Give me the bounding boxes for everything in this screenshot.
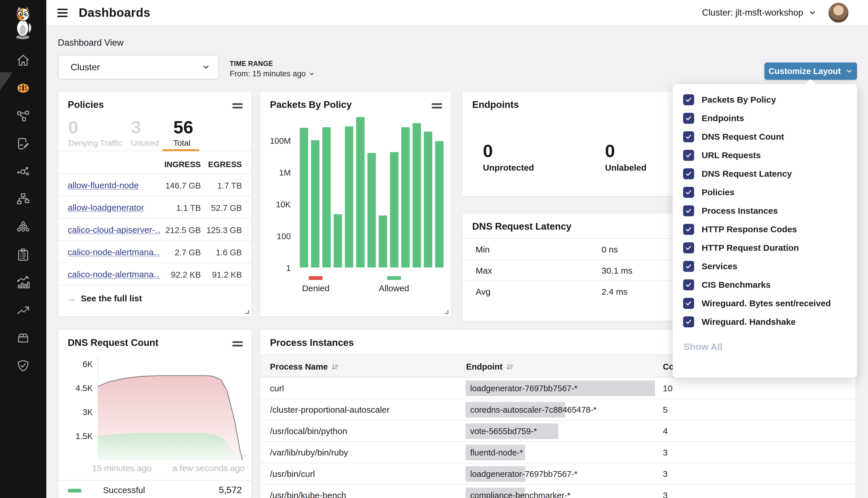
dashboard-view-value: Cluster [70,62,100,73]
customize-menu-item-label: Policies [702,187,734,197]
checkbox-checked-icon[interactable] [683,243,694,253]
packets-bar[interactable] [401,127,410,267]
customize-menu-item[interactable]: HTTP Request Duration [673,239,857,257]
latency-value: 30.1 ms [601,266,633,276]
checkbox-checked-icon[interactable] [683,187,694,198]
dashboard-view-select[interactable]: Cluster [58,55,219,79]
latency-label: Avg [476,287,490,297]
chevron-down-icon [808,9,816,17]
customize-menu-item[interactable]: Process Instances [673,201,857,220]
customize-layout-button[interactable]: Customize Layout [764,63,857,80]
drag-handle-icon[interactable] [232,340,243,348]
sidebar-item-network-topology[interactable] [0,185,46,213]
calico-cat-logo[interactable] [10,5,37,40]
time-range-toggle[interactable]: From: 15 minutes ago [230,69,314,78]
menu-icon[interactable] [57,6,68,19]
checkbox-checked-icon[interactable] [683,150,694,161]
packets-bar[interactable] [379,215,387,267]
sidebar-item-compliance[interactable] [0,241,46,268]
checkbox-checked-icon[interactable] [683,224,694,235]
customize-menu-item[interactable]: Services [673,257,857,276]
packets-bar[interactable] [390,152,398,267]
sidebar-item-clusters[interactable] [0,213,46,241]
stat-denying-traffic[interactable]: 0 Denying Traffic [68,117,131,148]
menu-caret [805,79,816,91]
legend-allowed[interactable]: Allowed [379,276,409,293]
sidebar-item-security[interactable] [0,352,46,380]
stat-unprotected[interactable]: 0 Unprotected [483,141,534,173]
packets-bar[interactable] [413,123,421,267]
customize-menu-item[interactable]: Wireguard. Bytes sent/received [673,294,857,313]
sidebar-item-policy-editor[interactable] [0,130,46,158]
packets-bar[interactable] [334,214,342,267]
customize-menu-item[interactable]: Endpoints [673,109,857,128]
customize-menu-item[interactable]: CIS Benchmarks [673,276,857,294]
packets-bar[interactable] [300,128,308,267]
checkbox-checked-icon[interactable] [683,131,694,142]
col-process-name[interactable]: Process Name [270,362,339,372]
checkbox-checked-icon[interactable] [683,279,694,290]
policy-row: allow-loadgenerator1.1 TB52.7 GB [58,196,251,218]
process-count: 3 [663,469,668,479]
sidebar-item-analytics[interactable] [0,268,46,297]
user-avatar[interactable] [828,2,849,23]
stat-unused[interactable]: 3 Unused [131,117,173,148]
drag-handle-icon[interactable] [232,102,243,110]
sort-icon[interactable] [506,363,514,371]
resize-handle[interactable] [245,310,249,314]
successful-swatch [68,489,81,493]
process-count: 3 [663,448,668,458]
checkbox-checked-icon[interactable] [683,205,694,216]
packets-bar[interactable] [367,153,376,267]
show-all-link[interactable]: Show All [684,342,857,352]
customize-menu-item[interactable]: URL Requests [673,146,857,165]
packets-bar[interactable] [356,117,365,267]
see-full-list-link[interactable]: → See the full list [58,285,251,304]
sidebar-item-network-policies[interactable] [0,102,46,130]
checkbox-checked-icon[interactable] [683,94,694,105]
sidebar-item-home[interactable] [0,47,46,74]
endpoint-chip[interactable]: fluentd-node-* [466,445,525,460]
customize-menu-item[interactable]: Wireguard. Handshake [673,313,857,331]
checkbox-checked-icon[interactable] [683,261,694,272]
policy-name-link[interactable]: calico-cloud-apiserver-… [68,225,160,235]
endpoint-chip[interactable]: loadgenerator-7697bb7567-* [466,466,525,482]
customize-menu-item[interactable]: DNS Request Latency [673,165,857,183]
cluster-selector[interactable]: Cluster: jlt-msft-workshop [702,8,816,18]
sort-icon[interactable] [331,363,339,371]
col-endpoint[interactable]: Endpoint [466,362,514,372]
checkbox-checked-icon[interactable] [683,298,694,309]
policy-name-link[interactable]: allow-fluentd-node [68,181,139,190]
policy-name-link[interactable]: allow-loadgenerator [68,203,144,212]
packets-bar[interactable] [345,126,353,267]
policy-name-link[interactable]: calico-node-alertmana… [68,270,160,279]
endpoint-chip[interactable]: coredns-autoscaler-7c88465478-* [466,402,565,418]
sidebar-item-dashboards[interactable] [0,74,46,102]
process-count: 10 [663,383,672,393]
endpoint-chip[interactable]: vote-5655bd759-* [466,423,558,439]
endpoint-chip[interactable]: loadgenerator-7697bb7567-* [466,381,655,396]
packets-bar[interactable] [424,132,432,267]
latency-label: Max [476,266,492,276]
endpoint-chip[interactable]: compliance-benchmarker-* [466,488,525,498]
customize-menu-item[interactable]: Policies [673,183,857,201]
sidebar-item-service-graph[interactable] [0,158,46,185]
legend-denied[interactable]: Denied [302,276,329,293]
customize-menu-item[interactable]: DNS Request Count [673,128,857,146]
packets-bar[interactable] [322,127,331,267]
stat-unlabeled[interactable]: 0 Unlabeled [605,141,646,173]
resize-handle[interactable] [444,310,449,314]
stat-total[interactable]: 56 Total [173,117,193,148]
checkbox-checked-icon[interactable] [683,168,694,179]
sidebar-item-flow-logs[interactable] [0,297,46,324]
dns-legend-row[interactable]: Successful 5,572 [58,480,251,498]
customize-menu-item[interactable]: HTTP Response Codes [673,220,857,239]
sidebar-item-packages[interactable] [0,324,46,352]
policy-name-link[interactable]: calico-node-alertmana… [68,247,160,257]
packets-bar[interactable] [311,140,320,267]
checkbox-checked-icon[interactable] [683,316,694,327]
customize-menu-item[interactable]: Packets By Policy [673,91,857,109]
packets-bar[interactable] [435,141,443,267]
checkbox-checked-icon[interactable] [683,113,694,124]
policy-ingress-value: 2.7 GB [175,248,201,258]
